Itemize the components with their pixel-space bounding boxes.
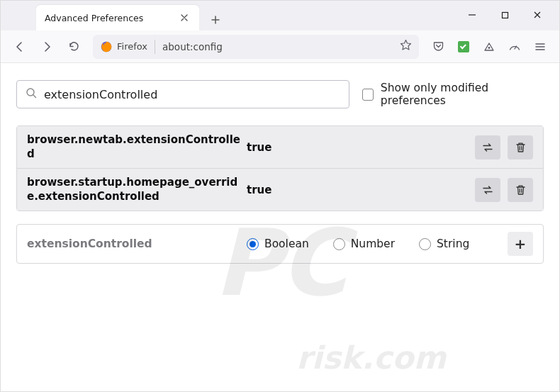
tab-advanced-preferences[interactable]: Advanced Preferences (36, 5, 199, 30)
checkbox-label: Show only modified preferences (381, 82, 544, 107)
forward-button[interactable] (35, 35, 59, 59)
preference-name: browser.newtab.extensionControlled (27, 133, 247, 161)
browser-window: Advanced Preferences Firefox about:confi… (0, 0, 560, 392)
window-controls (456, 4, 554, 26)
delete-button[interactable] (508, 135, 533, 159)
row-actions (475, 135, 533, 159)
toolbar: Firefox about:config (1, 30, 559, 63)
close-window-button[interactable] (521, 4, 554, 26)
identity-box[interactable]: Firefox (100, 40, 147, 53)
toggle-button[interactable] (475, 135, 500, 159)
search-row: Show only modified preferences (16, 80, 544, 108)
preference-row[interactable]: browser.newtab.extensionControlled true (17, 126, 543, 168)
row-actions (475, 178, 533, 202)
pocket-icon[interactable] (426, 35, 450, 59)
firefox-icon (100, 40, 113, 53)
delete-button[interactable] (508, 178, 533, 202)
tab-bar: Advanced Preferences (1, 1, 559, 30)
radio-icon (419, 238, 431, 250)
new-preference-row: extensionControlled Boolean Number Strin… (16, 224, 544, 264)
preference-value: true (247, 184, 475, 196)
toggle-button[interactable] (475, 178, 500, 202)
search-input[interactable] (44, 88, 340, 101)
search-icon (26, 87, 37, 101)
close-tab-icon[interactable] (178, 11, 191, 24)
identity-label: Firefox (117, 41, 147, 52)
preference-name: browser.startup.homepage_override.extens… (27, 176, 247, 203)
url-text: about:config (162, 41, 393, 52)
type-string[interactable]: String (419, 237, 469, 250)
search-box[interactable] (16, 80, 349, 108)
watermark-small: risk.com (296, 340, 446, 376)
type-label: Boolean (264, 237, 309, 250)
show-modified-checkbox[interactable]: Show only modified preferences (362, 82, 544, 107)
separator (155, 40, 155, 54)
new-preference-name: extensionControlled (27, 237, 247, 250)
type-boolean[interactable]: Boolean (247, 237, 309, 250)
add-preference-button[interactable]: + (508, 232, 533, 256)
radio-icon (247, 238, 259, 250)
reload-button[interactable] (62, 35, 86, 59)
type-options: Boolean Number String (247, 237, 508, 250)
about-config-content: Show only modified preferences browser.n… (1, 63, 559, 391)
svg-point-2 (488, 47, 491, 49)
type-label: String (437, 237, 469, 250)
minimize-button[interactable] (456, 4, 488, 26)
back-button[interactable] (8, 35, 32, 59)
preference-row[interactable]: browser.startup.homepage_override.extens… (17, 168, 543, 211)
menu-icon[interactable] (528, 35, 552, 59)
account-icon[interactable] (477, 35, 501, 59)
checkbox-icon (362, 89, 374, 101)
performance-icon[interactable] (503, 35, 527, 59)
svg-rect-0 (502, 12, 508, 18)
preference-list: browser.newtab.extensionControlled true … (16, 125, 544, 211)
type-label: Number (351, 237, 395, 250)
type-number[interactable]: Number (333, 237, 395, 250)
radio-icon (333, 238, 345, 250)
maximize-button[interactable] (488, 4, 521, 26)
bookmark-star-icon[interactable] (400, 39, 412, 54)
svg-point-3 (27, 89, 34, 96)
new-tab-button[interactable] (205, 9, 226, 30)
url-bar[interactable]: Firefox about:config (93, 35, 419, 59)
toolbar-icons (426, 35, 552, 59)
extension-icon[interactable] (452, 35, 476, 59)
preference-value: true (247, 141, 475, 154)
tab-title: Advanced Preferences (45, 13, 178, 23)
